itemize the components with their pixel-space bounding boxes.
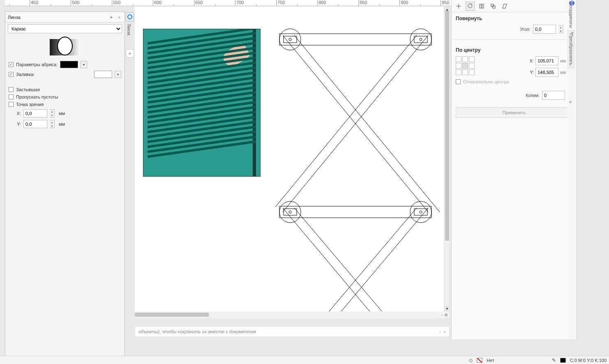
fill-checkbox[interactable]	[9, 72, 14, 77]
center-y-unit: мм	[560, 70, 566, 75]
outline-pen-icon[interactable]: ✎	[552, 357, 556, 363]
copies-input[interactable]	[542, 91, 565, 100]
viewpoint-x-label: X:	[9, 111, 21, 116]
lens-docker-panel: Линза ▸ × Каркас Параметры абриса: ▾ Зал…	[5, 12, 125, 359]
mirror-tab-icon[interactable]	[477, 2, 486, 11]
viewpoint-checkbox[interactable]	[9, 102, 14, 107]
transform-docker-panel: Повернуть Угол: ▲▼ По центру X: мм ▲▼ Y:…	[451, 0, 577, 339]
add-right-docker-button[interactable]: +	[569, 99, 572, 105]
hint-more-icon[interactable]: »	[443, 329, 446, 334]
reference-photo[interactable]	[143, 29, 261, 177]
lens-preview-thumb	[5, 35, 125, 60]
center-y-input[interactable]	[535, 68, 558, 77]
horizontal-scroll-track[interactable]	[135, 312, 439, 318]
outline-cmyk-label: C:0 M:0 Y:0 K:100	[570, 358, 607, 363]
viewpoint-label: Точка зрения	[16, 102, 44, 107]
ruler-tick: 600	[153, 0, 194, 6]
outline-color-well[interactable]	[60, 61, 78, 68]
canvas-horizontal-scrollbar: › ⊕	[135, 311, 450, 318]
center-section-title: По центру	[452, 44, 577, 55]
viewpoint-x-input[interactable]	[23, 109, 47, 117]
svg-rect-9	[284, 209, 297, 215]
svg-rect-3	[414, 36, 427, 43]
horizontal-scroll-thumb[interactable]	[135, 313, 209, 317]
lens-tab-icon[interactable]	[126, 12, 134, 21]
ruler-tick: 850	[358, 0, 399, 6]
angle-input[interactable]	[533, 25, 556, 34]
fill-none-swatch[interactable]	[477, 358, 482, 363]
viewpoint-y-spinner[interactable]: ▲▼	[50, 120, 55, 128]
svg-rect-2	[284, 36, 297, 43]
ruler-tick: 750	[276, 0, 317, 6]
svg-rect-1	[279, 34, 431, 45]
scale-tab-icon[interactable]	[489, 2, 498, 11]
skip-empty-label: Пропускать пустоты	[16, 94, 58, 99]
fill-color-well[interactable]	[94, 71, 112, 78]
svg-point-4	[289, 38, 291, 41]
y-unit: мм	[59, 122, 65, 127]
lens-tab-label[interactable]: Линза	[126, 22, 132, 37]
scroll-down-icon[interactable]: ▼	[444, 306, 450, 311]
zoom-tool-icon[interactable]: ⊕	[444, 312, 448, 318]
vertical-scroll-thumb[interactable]	[445, 11, 449, 241]
skip-empty-checkbox[interactable]	[9, 94, 14, 99]
lens-type-select[interactable]: Каркас	[8, 24, 122, 33]
add-docker-button[interactable]: +	[126, 49, 134, 58]
fill-status-label: Нет	[487, 358, 494, 363]
ruler-tick: 650	[194, 0, 235, 6]
transform-docker-tab[interactable]: ↻ Преобразовать	[567, 31, 575, 68]
lens-panel-titlebar[interactable]: Линза ▸ ×	[5, 12, 125, 23]
frozen-label: Застывшая	[16, 87, 40, 92]
center-x-input[interactable]	[535, 56, 558, 65]
svg-rect-16	[493, 6, 495, 8]
lens-panel-title: Линза	[8, 15, 107, 20]
fill-swatch-icon[interactable]: ◇	[469, 357, 473, 363]
angle-spinner[interactable]: ▲▼	[558, 25, 563, 33]
skew-tab-icon[interactable]	[500, 2, 509, 11]
hint-bar: объекты), чтобы сохранить их вместе с до…	[135, 326, 450, 337]
svg-rect-15	[491, 4, 494, 7]
frozen-checkbox[interactable]	[9, 87, 14, 92]
page-nav-chevron-icon[interactable]: ›	[441, 312, 443, 318]
outline-checkbox[interactable]	[9, 62, 14, 67]
close-icon[interactable]: ×	[116, 14, 122, 20]
outline-color-swatch[interactable]	[560, 358, 566, 363]
anchor-center-cell[interactable]	[462, 63, 468, 69]
viewpoint-x-spinner[interactable]: ▲▼	[50, 109, 55, 117]
ruler-tick: 800	[317, 0, 358, 6]
outline-label: Параметры абриса:	[16, 62, 58, 67]
ruler-tick: 500	[71, 0, 112, 6]
transform-badge-icon: ↻	[570, 32, 574, 35]
ruler-tick: 700	[235, 0, 276, 6]
left-docker-tabs: Линза +	[126, 12, 134, 62]
canvas-vertical-scrollbar[interactable]: ▲ ▼	[444, 7, 450, 311]
center-anchor-grid[interactable]	[456, 56, 475, 75]
x-unit: мм	[59, 111, 65, 116]
viewpoint-y-input[interactable]	[23, 120, 47, 128]
ruler-tick: 550	[112, 0, 153, 6]
rotate-tab-icon[interactable]	[466, 2, 475, 11]
fill-color-dropdown[interactable]: ▾	[115, 71, 121, 78]
hint-text: объекты), чтобы сохранить их вместе с до…	[138, 329, 437, 334]
viewpoint-y-label: Y:	[9, 122, 21, 127]
position-tab-icon[interactable]	[454, 2, 463, 11]
ruler-tick: 400	[5, 0, 30, 6]
ruler-tick: 900	[399, 0, 441, 6]
apply-button[interactable]: Применить	[456, 107, 572, 118]
rotate-section-title: Повернуть	[452, 12, 577, 23]
hint-next-icon[interactable]: ›	[439, 329, 441, 334]
relative-center-label: Относительно центра	[463, 79, 509, 84]
canvas-area[interactable]	[135, 7, 450, 311]
fill-label: Заливка:	[16, 72, 92, 77]
svg-point-5	[420, 38, 422, 41]
outline-color-dropdown[interactable]: ▾	[81, 61, 87, 68]
collapse-icon[interactable]: ▸	[109, 14, 115, 20]
svg-point-12	[420, 211, 422, 213]
center-y-label: Y:	[528, 70, 534, 75]
technical-drawing[interactable]	[275, 27, 440, 311]
svg-point-11	[289, 211, 291, 213]
angle-label: Угол:	[520, 27, 531, 32]
relative-center-checkbox[interactable]	[456, 79, 461, 84]
coordinates-docker-tab[interactable]: XY Координаты	[567, 0, 575, 31]
center-x-unit: мм	[560, 59, 566, 63]
